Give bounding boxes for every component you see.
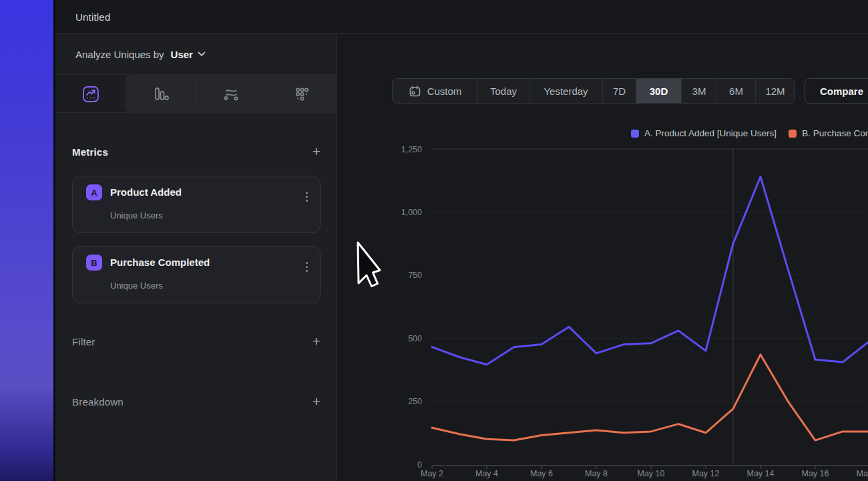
line-chart: May 2May 4May 6May 8May 10May 12May 14Ma…: [337, 34, 868, 481]
x-tick-label: May 12: [692, 469, 720, 478]
metrics-section-header: Metrics +: [72, 145, 320, 158]
metrics-header-label: Metrics: [72, 146, 108, 158]
x-tick-label: May 8: [585, 469, 608, 478]
add-metric-button[interactable]: +: [312, 145, 320, 158]
flows-icon: [222, 86, 240, 103]
x-tick-label: May 18: [857, 469, 868, 478]
analyze-by-label: Analyze Uniques by: [75, 49, 164, 60]
report-title[interactable]: Untitled: [75, 11, 110, 23]
x-tick-label: May 4: [475, 469, 498, 478]
bar-chart-icon: [152, 86, 170, 103]
x-tick-label: May 10: [638, 469, 665, 478]
breakdown-section-header: Breakdown +: [72, 395, 320, 408]
metric-title: Product Added: [110, 186, 182, 198]
y-tick-label: 750: [408, 271, 422, 280]
metric-card-b[interactable]: B Purchase Completed Unique Users: [72, 246, 320, 303]
analyze-by-dropdown[interactable]: User: [171, 49, 206, 60]
series-line: [432, 177, 868, 365]
y-tick-label: 1,250: [401, 145, 422, 154]
chevron-down-icon: [198, 51, 206, 57]
app-window: Untitled Analyze Uniques by User: [0, 0, 868, 481]
query-sidebar: Analyze Uniques by User: [55, 34, 337, 481]
analyze-by-value: User: [171, 49, 193, 60]
x-tick-label: May 2: [421, 469, 443, 478]
metric-title: Purchase Completed: [110, 257, 210, 268]
analyze-by-row: Analyze Uniques by User: [55, 34, 337, 75]
line-chart-icon: [82, 86, 99, 103]
metric-subtitle[interactable]: Unique Users: [110, 281, 163, 291]
desktop-gradient: [0, 0, 53, 481]
series-line: [432, 355, 868, 440]
mouse-cursor: [356, 240, 385, 291]
breakdown-header-label: Breakdown: [72, 396, 124, 408]
add-breakdown-button[interactable]: +: [312, 395, 320, 408]
metric-subtitle[interactable]: Unique Users: [110, 210, 163, 220]
tab-retention[interactable]: [266, 75, 337, 113]
y-tick-label: 250: [408, 397, 422, 406]
topbar: Untitled: [55, 0, 868, 34]
retention-grid-icon: [293, 86, 310, 103]
kebab-menu-icon[interactable]: [306, 192, 308, 202]
chart-panel: CustomTodayYesterday7D30D3M6M12M Compare…: [337, 34, 868, 481]
tab-line-chart[interactable]: [55, 75, 126, 113]
tab-flows[interactable]: [196, 75, 266, 113]
x-tick-label: May 16: [802, 469, 829, 478]
chart-type-tabs: [55, 75, 337, 113]
y-tick-label: 1,000: [401, 208, 422, 217]
y-tick-label: 0: [417, 460, 422, 470]
x-tick-label: May 14: [747, 469, 775, 478]
y-tick-label: 500: [408, 334, 422, 343]
tab-bar-chart[interactable]: [126, 75, 196, 113]
metric-badge-a: A: [86, 184, 102, 200]
x-tick-label: May 6: [530, 469, 553, 478]
kebab-menu-icon[interactable]: [306, 262, 308, 272]
metric-card-a[interactable]: A Product Added Unique Users: [72, 176, 320, 233]
filter-section-header: Filter +: [72, 335, 320, 348]
add-filter-button[interactable]: +: [312, 335, 320, 348]
filter-header-label: Filter: [72, 336, 95, 347]
metric-badge-b: B: [86, 255, 102, 271]
